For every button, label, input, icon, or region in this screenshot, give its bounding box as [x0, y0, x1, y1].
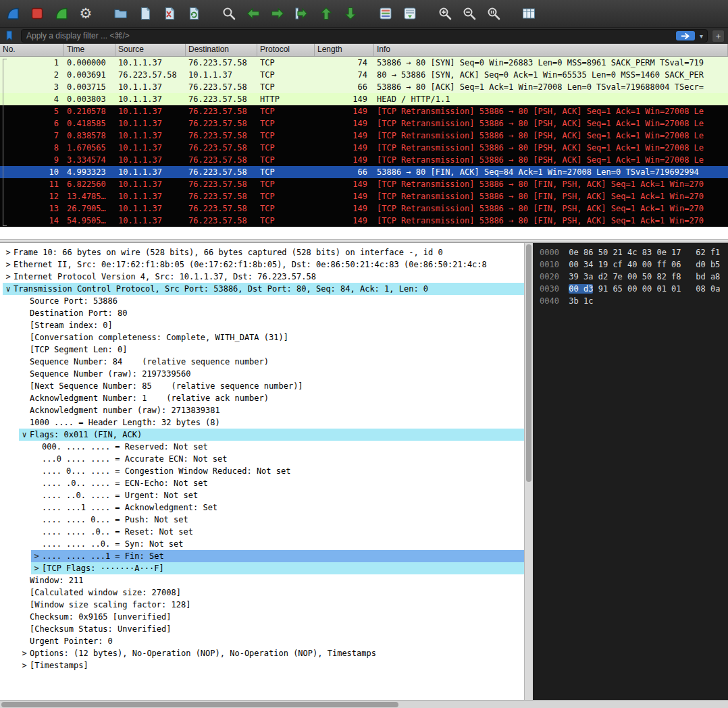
- previous-packet-icon[interactable]: [244, 5, 262, 22]
- zoom-reset-icon[interactable]: [485, 5, 502, 22]
- display-filter-input[interactable]: Apply a display filter ... <⌘/> ▾: [21, 29, 708, 43]
- detail-line[interactable]: .... .0.. .... = ECN-Echo: Not set: [31, 477, 524, 489]
- detail-scrollbar-thumb[interactable]: [526, 244, 531, 482]
- resize-columns-icon[interactable]: [520, 5, 538, 22]
- column-header-destination[interactable]: Destination: [186, 44, 257, 56]
- detail-line[interactable]: >Frame 10: 66 bytes on wire (528 bits), …: [3, 246, 524, 258]
- detail-line[interactable]: 000. .... .... = Reserved: Not set: [31, 441, 524, 453]
- detail-line[interactable]: Urgent Pointer: 0: [19, 635, 524, 647]
- horizontal-scrollbar-thumb[interactable]: [1, 702, 398, 707]
- detail-vertical-scrollbar[interactable]: [524, 243, 533, 700]
- detail-line[interactable]: Destination Port: 80: [19, 307, 524, 319]
- hex-row-0040[interactable]: 0040 3b 1c: [540, 295, 728, 307]
- close-capture-icon[interactable]: [161, 5, 178, 22]
- detail-line[interactable]: Checksum: 0x9165 [unverified]: [19, 611, 524, 623]
- column-header-length[interactable]: Length: [315, 44, 374, 56]
- chevron-right-icon[interactable]: >: [3, 271, 14, 283]
- packet-row-4[interactable]: 40.00380310.1.1.3776.223.57.58HTTP149HEA…: [0, 93, 728, 105]
- find-packet-icon[interactable]: [220, 5, 238, 22]
- packet-row-7[interactable]: 70.83857810.1.1.3776.223.57.58TCP149[TCP…: [0, 130, 728, 142]
- chevron-right-icon[interactable]: >: [3, 246, 14, 258]
- detail-line[interactable]: [Next Sequence Number: 85 (relative sequ…: [19, 380, 524, 392]
- detail-line[interactable]: Window: 211: [19, 574, 524, 587]
- packet-row-14[interactable]: 1454.9505…10.1.1.3776.223.57.58TCP149[TC…: [0, 215, 728, 227]
- chevron-down-icon[interactable]: ∨: [3, 283, 14, 295]
- detail-line[interactable]: Acknowledgment Number: 1 (relative ack n…: [19, 392, 524, 404]
- detail-line[interactable]: [TCP Segment Len: 0]: [19, 344, 524, 356]
- column-header-time[interactable]: Time: [64, 44, 115, 56]
- reload-capture-icon[interactable]: [185, 5, 203, 22]
- detail-line[interactable]: .... .... ..0. = Syn: Not set: [31, 538, 524, 550]
- hex-row-0030[interactable]: 0030 00 d3 91 65 00 00 01 01 08 0a: [540, 283, 728, 295]
- detail-line[interactable]: >.... .... ...1 = Fin: Set: [31, 550, 524, 562]
- detail-line[interactable]: >Internet Protocol Version 4, Src: 10.1.…: [3, 271, 524, 283]
- packet-row-10[interactable]: 104.99332310.1.1.3776.223.57.58TCP665388…: [0, 166, 728, 178]
- column-header-source[interactable]: Source: [115, 44, 186, 56]
- horizontal-scrollbar[interactable]: [0, 700, 728, 708]
- packet-row-6[interactable]: 60.41858510.1.1.3776.223.57.58TCP149[TCP…: [0, 117, 728, 130]
- chevron-right-icon[interactable]: >: [19, 659, 30, 672]
- packet-row-5[interactable]: 50.21057810.1.1.3776.223.57.58TCP149[TCP…: [0, 105, 728, 117]
- auto-scroll-icon[interactable]: [401, 5, 419, 22]
- filter-add-button[interactable]: +: [712, 30, 725, 43]
- open-capture-icon[interactable]: [112, 5, 130, 22]
- column-header-protocol[interactable]: Protocol: [257, 44, 315, 56]
- detail-line[interactable]: .... 0... .... = Congestion Window Reduc…: [31, 465, 524, 477]
- save-capture-icon[interactable]: [136, 5, 154, 22]
- detail-line[interactable]: 1000 .... = Header Length: 32 bytes (8): [19, 416, 524, 429]
- packet-row-2[interactable]: 20.00369176.223.57.5810.1.1.37TCP7480 → …: [0, 69, 728, 81]
- go-to-packet-icon[interactable]: [293, 5, 311, 22]
- capture-restart-icon[interactable]: [53, 5, 70, 22]
- detail-line[interactable]: [Calculated window size: 27008]: [19, 587, 524, 599]
- detail-line[interactable]: .... ...1 .... = Acknowledgment: Set: [31, 501, 524, 514]
- hex-row-0020[interactable]: 0020 39 3a d2 7e 00 50 82 f8 bd a8: [540, 271, 728, 283]
- hex-row-0010[interactable]: 0010 00 34 19 cf 40 00 ff 06 d0 b5: [540, 258, 728, 271]
- detail-line[interactable]: .... .... 0... = Push: Not set: [31, 514, 524, 526]
- detail-line[interactable]: .... .... .0.. = Reset: Not set: [31, 526, 524, 538]
- detail-line[interactable]: Sequence Number: 84 (relative sequence n…: [19, 356, 524, 368]
- packet-row-3[interactable]: 30.00371510.1.1.3776.223.57.58TCP6653886…: [0, 81, 728, 93]
- detail-line[interactable]: >[Timestamps]: [19, 659, 524, 672]
- detail-line[interactable]: >[TCP Flags: ·······A···F]: [31, 562, 524, 574]
- detail-line[interactable]: [Stream index: 0]: [19, 319, 524, 331]
- chevron-down-icon[interactable]: ∨: [19, 429, 30, 441]
- coloring-rules-icon[interactable]: [377, 5, 394, 22]
- chevron-right-icon[interactable]: >: [19, 647, 30, 659]
- packet-row-13[interactable]: 1326.7905…10.1.1.3776.223.57.58TCP149[TC…: [0, 202, 728, 215]
- next-packet-icon[interactable]: [269, 5, 286, 22]
- packet-row-9[interactable]: 93.33457410.1.1.3776.223.57.58TCP149[TCP…: [0, 154, 728, 166]
- zoom-in-icon[interactable]: [436, 5, 454, 22]
- filter-dropdown-icon[interactable]: ▾: [698, 32, 704, 40]
- detail-line[interactable]: ∨Flags: 0x011 (FIN, ACK): [19, 429, 524, 441]
- detail-line[interactable]: Source Port: 53886: [19, 295, 524, 307]
- packet-row-8[interactable]: 81.67056510.1.1.3776.223.57.58TCP149[TCP…: [0, 142, 728, 154]
- detail-line[interactable]: >Ethernet II, Src: 0e:17:62:f1:8b:05 (0e…: [3, 258, 524, 271]
- cell-time: 0.418585: [64, 117, 115, 130]
- detail-line[interactable]: >Options: (12 bytes), No-Operation (NOP)…: [19, 647, 524, 659]
- chevron-right-icon[interactable]: >: [3, 258, 14, 271]
- detail-line[interactable]: .... ..0. .... = Urgent: Not set: [31, 489, 524, 501]
- hex-row-0000[interactable]: 0000 0e 86 50 21 4c 83 0e 17 62 f1: [540, 246, 728, 258]
- detail-line[interactable]: [Window size scaling factor: 128]: [19, 599, 524, 611]
- filter-apply-button[interactable]: [676, 31, 695, 40]
- packet-row-12[interactable]: 1213.4785…10.1.1.3776.223.57.58TCP149[TC…: [0, 190, 728, 202]
- filter-bookmark-icon[interactable]: [3, 29, 17, 43]
- packet-row-1[interactable]: 10.00000010.1.1.3776.223.57.58TCP7453886…: [0, 57, 728, 69]
- capture-options-icon[interactable]: ⚙: [77, 5, 95, 22]
- detail-line[interactable]: [Checksum Status: Unverified]: [19, 623, 524, 635]
- packet-row-11[interactable]: 116.82256010.1.1.3776.223.57.58TCP149[TC…: [0, 178, 728, 190]
- column-header-info[interactable]: Info: [374, 44, 728, 56]
- detail-line[interactable]: ...0 .... .... = Accurate ECN: Not set: [31, 453, 524, 465]
- detail-line[interactable]: ∨Transmission Control Protocol, Src Port…: [3, 283, 524, 295]
- detail-line[interactable]: Acknowledgment number (raw): 2713839381: [19, 404, 524, 416]
- last-packet-icon[interactable]: [342, 5, 359, 22]
- zoom-out-icon[interactable]: [461, 5, 478, 22]
- column-header-no[interactable]: No.: [0, 44, 64, 56]
- detail-line[interactable]: [Conversation completeness: Complete, WI…: [19, 331, 524, 344]
- capture-stop-icon[interactable]: [28, 5, 46, 22]
- wireshark-capture-start-icon[interactable]: [4, 5, 22, 22]
- chevron-right-icon[interactable]: >: [31, 550, 42, 562]
- detail-line[interactable]: Sequence Number (raw): 2197339560: [19, 368, 524, 380]
- first-packet-icon[interactable]: [317, 5, 335, 22]
- chevron-right-icon[interactable]: >: [31, 562, 42, 574]
